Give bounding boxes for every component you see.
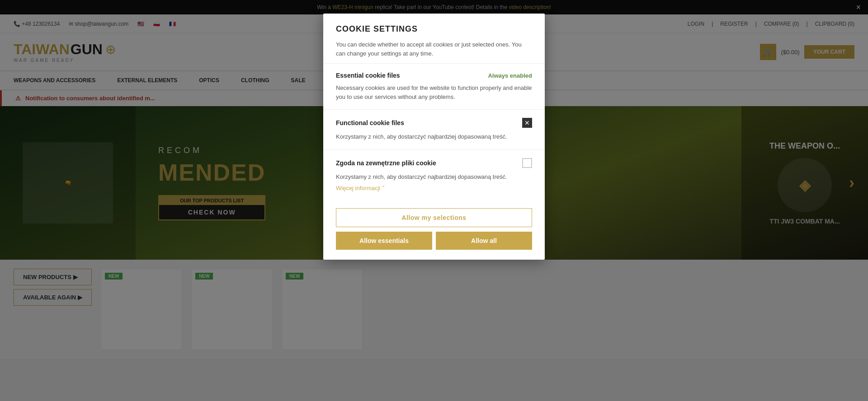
essential-section-header: Essential cookie files Always enabled [336,72,532,79]
cookie-settings-modal: COOKIE SETTINGS You can decide whether t… [323,14,545,260]
functional-cookies-desc: Korzystamy z nich, aby dostarczyć najbar… [336,132,532,141]
primary-buttons-row: Allow essentials Allow all [336,232,532,250]
allow-selections-button[interactable]: Allow my selections [336,208,532,227]
external-cookies-checkbox[interactable] [522,158,532,168]
cookie-overlay: COOKIE SETTINGS You can decide whether t… [0,0,868,401]
external-cookies-desc: Korzystamy z nich, aby dostarczyć najbar… [336,173,532,182]
cookie-modal-description: You can decide whether to accept all coo… [336,40,532,58]
more-info-link[interactable]: Więcej informacji ˅ [336,185,385,191]
cookie-action-buttons: Allow my selections Allow essentials All… [323,200,545,260]
essential-cookies-desc: Necessary cookies are used for the websi… [336,84,532,101]
allow-essentials-button[interactable]: Allow essentials [336,232,432,250]
always-enabled-badge: Always enabled [488,72,532,79]
functional-cookies-section: Functional cookie files ✕ Korzystamy z n… [323,110,545,150]
functional-cookies-checkbox[interactable]: ✕ [522,118,532,128]
essential-cookies-section: Essential cookie files Always enabled Ne… [323,64,545,110]
cookie-modal-title: COOKIE SETTINGS [336,24,532,34]
allow-all-button[interactable]: Allow all [436,232,532,250]
functional-cookies-title: Functional cookie files [336,119,404,126]
cookie-modal-header: COOKIE SETTINGS You can decide whether t… [323,14,545,64]
external-cookies-section: Zgoda na zewnętrzne pliki cookie Korzyst… [323,150,545,200]
external-section-header: Zgoda na zewnętrzne pliki cookie [336,158,532,168]
functional-section-header: Functional cookie files ✕ [336,118,532,128]
external-cookies-title: Zgoda na zewnętrzne pliki cookie [336,159,436,167]
essential-cookies-title: Essential cookie files [336,72,400,79]
